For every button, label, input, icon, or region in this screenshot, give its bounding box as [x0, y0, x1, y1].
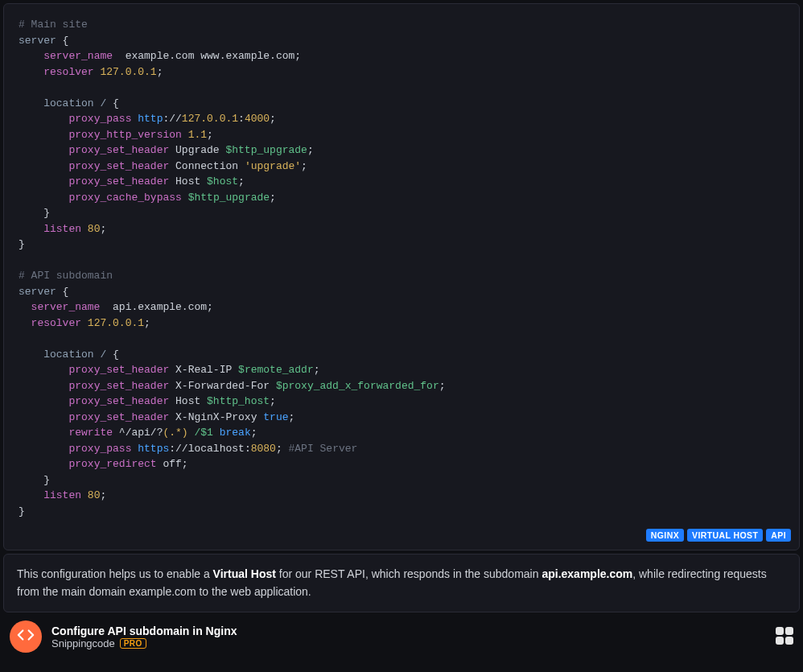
code-token: listen [43, 223, 81, 235]
code-token: ; [207, 129, 213, 141]
code-token: Upgrade [169, 144, 225, 156]
code-token: 127.0.0.1 [94, 66, 157, 78]
code-token: resolver [31, 317, 81, 329]
code-token: : [238, 113, 245, 125]
code-token: ; [100, 489, 106, 501]
code-token: proxy_set_header [68, 395, 169, 407]
code-token: localhost [188, 443, 245, 455]
code-card: # Main site server { server_name example… [3, 3, 800, 550]
code-token: true [263, 411, 288, 423]
code-token: ; [144, 317, 150, 329]
grid-icon [776, 627, 784, 635]
code-token: $host [207, 175, 238, 188]
author-name[interactable]: Snippingcode [51, 637, 115, 649]
code-token: } [19, 505, 25, 517]
desc-text: This configuration helps us to enable a [17, 567, 213, 580]
code-token: location / [43, 348, 113, 361]
code-token: ; [439, 380, 446, 392]
pro-badge: PRO [120, 638, 146, 649]
code-token: proxy_set_header [68, 364, 169, 376]
code-token: proxy_set_header [68, 144, 169, 156]
code-token: :// [163, 113, 181, 125]
code-token: https [131, 443, 169, 455]
code-token: :// [169, 443, 187, 455]
code-token: proxy_http_version [68, 129, 181, 141]
code-token: ; [289, 411, 295, 423]
desc-bold-domain: api.example.com [542, 567, 632, 580]
code-token: server [19, 35, 56, 47]
code-token: ; [182, 458, 188, 470]
code-token [182, 192, 188, 204]
code-token: api.example.com [100, 301, 207, 313]
code-token: /$1 [194, 427, 212, 439]
code-token: X-NginX-Proxy [169, 411, 263, 423]
code-token: proxy_set_header [68, 175, 169, 188]
code-token: { [56, 35, 69, 47]
code-token: server_name [31, 301, 101, 313]
code-token: $proxy_add_x_forwarded_for [276, 380, 439, 392]
code-token: ; [251, 427, 257, 439]
code-token: ; [100, 223, 106, 235]
code-token: #API Server [282, 443, 358, 455]
grid-icon [785, 627, 793, 635]
code-token: $http_host [207, 395, 270, 407]
code-token: proxy_set_header [68, 380, 169, 392]
code-token: # API subdomain [19, 270, 113, 282]
code-token: /api/? [126, 427, 163, 439]
code-token: : [245, 443, 251, 455]
snippet-title[interactable]: Configure API subdomain in Nginx [51, 625, 237, 637]
tag-virtual-host[interactable]: VIRTUAL HOST [687, 529, 763, 542]
footer-text: Configure API subdomain in Nginx Snippin… [51, 625, 237, 649]
code-token: 4000 [245, 113, 270, 125]
code-token: ; [314, 364, 320, 376]
code-token: 8080 [251, 443, 276, 455]
code-token: example.com www.example.com [113, 50, 294, 62]
code-token: } [43, 474, 50, 486]
grid-view-button[interactable] [776, 627, 793, 645]
code-token: $http_upgrade [225, 144, 307, 156]
code-token: } [19, 238, 25, 250]
code-token: ; [301, 160, 307, 172]
code-token: break [213, 427, 251, 439]
code-token: 1.1 [182, 129, 207, 141]
code-token: ; [270, 395, 276, 407]
grid-icon [776, 637, 784, 645]
code-token: proxy_pass [68, 113, 131, 125]
code-token: ; [270, 113, 276, 125]
code-token: 'upgrade' [245, 160, 301, 172]
code-token: 80 [81, 489, 100, 501]
tags-row: NGINX VIRTUAL HOST API [4, 527, 799, 550]
code-token: proxy_set_header [68, 160, 169, 172]
code-token: proxy_cache_bypass [68, 192, 181, 204]
code-token: Host [169, 395, 207, 407]
code-token: X-Real-IP [169, 364, 238, 376]
code-token: { [113, 348, 119, 361]
code-token: ; [238, 175, 245, 188]
tag-api[interactable]: API [766, 529, 791, 542]
avatar[interactable] [10, 620, 42, 653]
tag-nginx[interactable]: NGINX [646, 529, 684, 542]
code-token: ; [270, 192, 276, 204]
code-token: server [19, 286, 56, 298]
code-token: } [43, 207, 50, 219]
description-card: This configuration helps us to enable a … [3, 554, 800, 612]
desc-text: for our REST API, which responds in the … [276, 567, 542, 580]
code-token: X-Forwarded-For [169, 380, 276, 392]
code-block[interactable]: # Main site server { server_name example… [4, 4, 799, 527]
code-token: Host [169, 175, 207, 188]
code-token: off [157, 458, 182, 470]
code-token: proxy_redirect [68, 458, 156, 470]
code-token: location / [43, 97, 113, 109]
code-token: proxy_pass [68, 443, 131, 455]
code-token: $http_upgrade [188, 192, 270, 204]
code-token: Connection [169, 160, 245, 172]
code-token: resolver [43, 66, 93, 78]
code-token: server_name [43, 50, 113, 62]
code-token: http [131, 113, 163, 125]
code-token: ^ [113, 427, 126, 439]
code-token: proxy_set_header [68, 411, 169, 423]
code-token: ; [157, 66, 163, 78]
code-token: ; [294, 50, 301, 62]
desc-bold-vh: Virtual Host [213, 567, 276, 580]
code-token: rewrite [68, 427, 113, 439]
